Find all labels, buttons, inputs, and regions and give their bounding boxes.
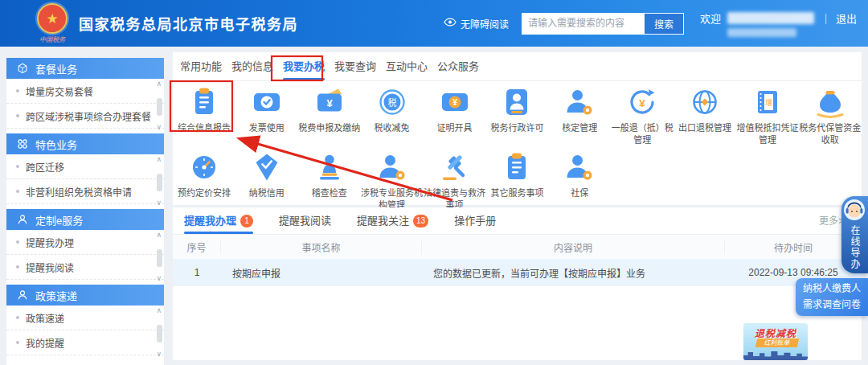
service-label: 社保 xyxy=(571,187,588,199)
service-item[interactable]: 发票使用 xyxy=(235,85,298,146)
report-clipboard-icon xyxy=(500,150,534,184)
service-item[interactable]: 社保 xyxy=(548,150,611,211)
sidebar-item[interactable]: 提醒我关注 xyxy=(6,280,164,285)
survey-line2: 需求调查问卷 xyxy=(803,297,861,314)
more-link[interactable]: 更多> xyxy=(819,207,844,235)
person-icon xyxy=(17,289,28,301)
accessibility-toggle[interactable]: 无障碍阅读 xyxy=(444,17,509,31)
service-item[interactable]: ¥证明开具 xyxy=(424,85,486,146)
service-item[interactable]: 稽查检查 xyxy=(298,150,361,211)
main-tab-3[interactable]: 我要查询 xyxy=(334,52,376,80)
svg-text:¥: ¥ xyxy=(326,97,333,109)
service-label: 发票使用 xyxy=(249,122,285,134)
certificate-ticket-icon: ¥ xyxy=(438,85,472,119)
search-button[interactable]: 搜索 xyxy=(644,13,684,35)
service-item[interactable]: 核定管理 xyxy=(548,85,611,146)
service-item[interactable]: 税务代保管资金收取 xyxy=(799,85,862,146)
survey-line1: 纳税人缴费人 xyxy=(803,281,861,297)
online-guide-widget[interactable]: 在线导办 xyxy=(841,196,868,273)
site-title: 国家税务总局北京市电子税务局 xyxy=(79,13,298,34)
svg-text:增: 增 xyxy=(765,98,772,107)
sidebar-section-title: 定制e服务 xyxy=(35,212,83,228)
sidebar-section-title: 政策速递 xyxy=(35,288,77,303)
invoice-ticket-icon xyxy=(250,85,284,119)
service-label: 增值税抵扣凭证管理 xyxy=(736,122,799,146)
service-label: 稽查检查 xyxy=(312,187,347,199)
sidebar-item[interactable]: 提醒我阅读 xyxy=(6,255,164,280)
service-item[interactable]: 涉税专业服务机构管理 xyxy=(361,150,424,211)
main-tab-5[interactable]: 公众服务 xyxy=(437,52,479,80)
chevron-up-icon[interactable]: ∧ xyxy=(156,232,162,239)
service-label: 其它服务事项 xyxy=(490,187,543,199)
sidebar-item[interactable]: 非营利组织免税资格申请 xyxy=(6,179,164,204)
reminder-tab-1[interactable]: 提醒我阅读 xyxy=(279,207,331,234)
sidebar-section-list-2: 提醒我办理提醒我阅读提醒我关注∧∨ xyxy=(6,230,164,285)
sidebar-item[interactable]: 我的待办 xyxy=(6,355,164,360)
sidebar-item[interactable]: 跨区迁移 xyxy=(6,129,164,133)
scrollbar-thumb[interactable] xyxy=(157,325,162,342)
chevron-up-icon[interactable]: ∧ xyxy=(156,80,162,88)
scrollbar-thumb[interactable] xyxy=(157,174,162,191)
service-item[interactable]: 法律追责与救济事项 xyxy=(424,150,486,211)
main-tab-2[interactable]: 我要办税 xyxy=(283,52,325,80)
reminder-tab-label: 提醒我阅读 xyxy=(279,207,331,235)
service-label: 证明开具 xyxy=(437,122,473,134)
service-item[interactable]: 纳税信用 xyxy=(235,150,298,211)
chevron-up-icon[interactable]: ∧ xyxy=(156,307,162,314)
main-tab-1[interactable]: 我的信息 xyxy=(231,52,273,80)
table-row[interactable]: 1按期应申报您的数据已更新，当前可办理【按期应申报】业务2022-09-13 0… xyxy=(173,259,862,286)
chevron-down-icon[interactable]: ∨ xyxy=(156,199,162,207)
sidebar-item[interactable]: 跨区迁移 xyxy=(6,154,164,179)
service-item[interactable]: ¥一般退（抵）税管理 xyxy=(611,85,674,146)
person-gear-icon xyxy=(563,85,596,119)
service-item[interactable]: 预约定价安排 xyxy=(173,150,235,211)
chevron-up-icon[interactable]: ∧ xyxy=(156,156,162,163)
main-tab-4[interactable]: 互动中心 xyxy=(386,52,428,80)
service-item[interactable]: 税务行政许可 xyxy=(485,85,548,146)
gauge-icon xyxy=(187,150,221,184)
online-guide-label: 在线导办 xyxy=(848,225,862,270)
search-input[interactable] xyxy=(522,13,644,35)
scrollbar-thumb[interactable] xyxy=(157,98,162,116)
service-item[interactable]: 税税收减免 xyxy=(361,85,424,146)
logo-caption: 中国税务 xyxy=(39,35,65,43)
survey-button[interactable]: 纳税人缴费人 需求调查问卷 xyxy=(796,278,868,316)
scrollbar-thumb[interactable] xyxy=(157,249,162,267)
reminder-tab-0[interactable]: 提醒我办理1 xyxy=(184,207,253,234)
count-badge: 13 xyxy=(413,215,428,228)
sidebar-item[interactable]: 提醒我办理 xyxy=(6,230,164,255)
sidebar-section-list-1: 跨区迁移非营利组织免税资格申请风险提示∧∨ xyxy=(6,154,164,209)
main-tab-0[interactable]: 常用功能 xyxy=(180,52,222,80)
service-item[interactable]: 综合信息报告 xyxy=(173,85,235,146)
chevron-down-icon[interactable]: ∨ xyxy=(156,351,162,358)
service-item[interactable]: ¥税费申报及缴纳 xyxy=(298,85,361,146)
site-logo: ★ 中国税务 xyxy=(37,3,68,43)
sidebar-item[interactable]: 增量房交易套餐 xyxy=(6,79,164,104)
chevron-down-icon[interactable]: ∨ xyxy=(156,124,162,131)
service-label: 综合信息报告 xyxy=(178,122,231,134)
service-label: 税务行政许可 xyxy=(490,122,543,134)
sidebar-section-header-2[interactable]: 定制e服务 xyxy=(6,209,164,230)
sidebar-item[interactable]: 风险提示 xyxy=(6,204,164,209)
sidebar-section-header-3[interactable]: 政策速递 xyxy=(6,285,164,306)
person-icon xyxy=(17,214,28,225)
sidebar-section-header-1[interactable]: 特色业务 xyxy=(6,133,164,154)
logout-link[interactable]: 退出 xyxy=(836,10,857,26)
sidebar-item[interactable]: 跨区域涉税事项综合办理套餐 xyxy=(6,104,164,129)
report-clipboard-icon xyxy=(187,85,221,119)
svg-text:税: 税 xyxy=(387,97,396,108)
main-tabbar: 常用功能我的信息我要办税我要查询互动中心公众服务 xyxy=(173,52,862,81)
sidebar-item[interactable]: 我的提醒 xyxy=(6,330,164,355)
promo-banner[interactable]: 退税减税 红利账单 xyxy=(743,323,808,360)
service-item[interactable]: 出口退税管理 xyxy=(674,85,736,146)
user-area: 欢迎 ｜ 退出 xyxy=(700,10,857,37)
person-badge-icon xyxy=(500,85,534,119)
reminder-tab-2[interactable]: 提醒我关注13 xyxy=(357,207,428,234)
reminder-tab-3[interactable]: 操作手册 xyxy=(454,207,496,234)
sidebar-section-header-0[interactable]: 套餐业务 xyxy=(6,58,164,79)
globe-icon xyxy=(688,85,722,119)
service-item[interactable]: 增增值税抵扣凭证管理 xyxy=(736,85,799,146)
sidebar-item[interactable]: 政策速递 xyxy=(6,306,164,330)
chevron-down-icon[interactable]: ∨ xyxy=(156,275,162,282)
service-item[interactable]: 其它服务事项 xyxy=(485,150,548,211)
